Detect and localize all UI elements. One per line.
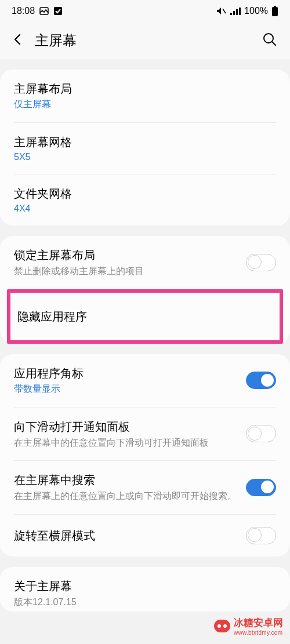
battery-icon	[271, 6, 278, 16]
setting-title: 主屏幕网格	[14, 134, 276, 150]
section-lock-hide: 锁定主屏幕布局 禁止删除或移动主屏幕上的项目 隐藏应用程序	[0, 236, 290, 344]
folder-grid-item[interactable]: 文件夹网格 4X4	[0, 174, 290, 225]
highlight-box: 隐藏应用程序	[7, 289, 283, 344]
setting-title: 向下滑动打开通知面板	[14, 419, 237, 434]
svg-rect-5	[236, 9, 238, 15]
svg-rect-4	[233, 11, 235, 15]
setting-title: 隐藏应用程序	[17, 309, 273, 324]
section-layout: 主屏幕布局 仅主屏幕 主屏幕网格 5X5 文件夹网格 4X4	[0, 70, 290, 225]
watermark-url: www.btxtdmy.com	[234, 630, 283, 636]
setting-sub: 仅主屏幕	[14, 99, 276, 111]
svg-line-10	[272, 42, 276, 45]
home-layout-item[interactable]: 主屏幕布局 仅主屏幕	[0, 70, 290, 122]
section-options: 应用程序角标 带数量显示 向下滑动打开通知面板 在主屏幕中的任意位置向下滑动可打…	[0, 354, 290, 556]
setting-title: 关于主屏幕	[14, 578, 276, 594]
svg-rect-6	[239, 8, 241, 15]
search-home-item[interactable]: 在主屏幕中搜索 在主屏幕上的任意位置向上或向下滑动即可开始搜索。	[0, 461, 290, 514]
signal-icon	[230, 7, 241, 15]
setting-title: 锁定主屏幕布局	[14, 248, 237, 263]
svg-rect-3	[230, 13, 232, 15]
setting-title: 主屏幕布局	[14, 81, 276, 96]
app-badge-item[interactable]: 应用程序角标 带数量显示	[0, 354, 290, 407]
setting-desc: 在主屏幕中的任意位置向下滑动可打开通知面板	[14, 436, 237, 449]
setting-desc: 禁止删除或移动主屏幕上的项目	[14, 265, 237, 278]
setting-desc: 版本12.1.07.15	[14, 596, 276, 609]
status-time: 18:08	[12, 6, 35, 16]
lock-layout-item[interactable]: 锁定主屏幕布局 禁止删除或移动主屏幕上的项目	[0, 236, 290, 289]
watermark: 冰糖安卓网 www.btxtdmy.com	[214, 616, 283, 636]
svg-rect-8	[272, 7, 278, 16]
section-about: 关于主屏幕 版本12.1.07.15	[0, 567, 290, 612]
setting-title: 旋转至横屏模式	[14, 528, 237, 543]
about-item[interactable]: 关于主屏幕 版本12.1.07.15	[0, 567, 290, 612]
setting-sub: 带数量显示	[14, 383, 237, 395]
image-icon	[39, 6, 49, 16]
svg-line-2	[223, 9, 226, 13]
setting-desc: 在主屏幕上的任意位置向上或向下滑动即可开始搜索。	[14, 490, 237, 503]
rotate-item[interactable]: 旋转至横屏模式	[0, 515, 290, 556]
svg-rect-7	[274, 6, 276, 7]
mute-icon	[216, 6, 227, 16]
check-icon	[53, 6, 63, 16]
app-badge-toggle[interactable]	[246, 372, 276, 389]
setting-sub: 5X5	[14, 152, 276, 162]
rotate-toggle[interactable]	[246, 527, 276, 544]
status-bar: 18:08 100%	[0, 0, 290, 22]
setting-sub: 4X4	[14, 203, 276, 214]
swipe-down-toggle[interactable]	[246, 425, 276, 442]
setting-title: 在主屏幕中搜索	[14, 472, 237, 487]
back-button[interactable]	[9, 30, 30, 52]
swipe-down-item[interactable]: 向下滑动打开通知面板 在主屏幕中的任意位置向下滑动可打开通知面板	[0, 407, 290, 461]
home-grid-item[interactable]: 主屏幕网格 5X5	[0, 123, 290, 174]
svg-rect-1	[54, 7, 62, 15]
search-button[interactable]	[259, 28, 281, 53]
hide-apps-item[interactable]: 隐藏应用程序	[10, 293, 280, 340]
page-title: 主屏幕	[35, 31, 259, 50]
header: 主屏幕	[0, 22, 290, 59]
setting-title: 应用程序角标	[14, 366, 237, 381]
search-home-toggle[interactable]	[246, 479, 276, 496]
lock-layout-toggle[interactable]	[246, 254, 276, 271]
watermark-icon	[214, 620, 230, 632]
watermark-text: 冰糖安卓网	[234, 616, 283, 630]
setting-title: 文件夹网格	[14, 186, 276, 201]
battery-percent: 100%	[244, 6, 268, 16]
